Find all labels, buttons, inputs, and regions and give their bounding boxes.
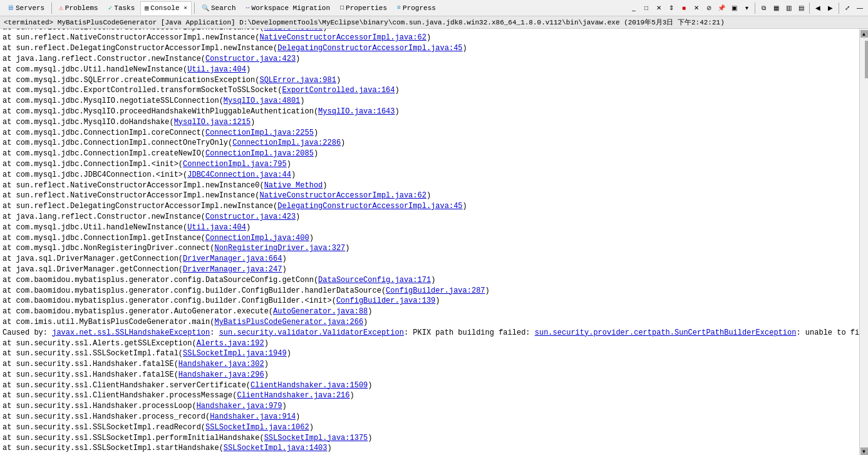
java-link[interactable]: ConnectionImpl.java:795: [183, 160, 287, 169]
clear-console-icon[interactable]: ⊘: [703, 3, 715, 14]
console-line-28: at com.baomidou.mybatisplus.generator.co…: [3, 275, 857, 286]
java-link[interactable]: Native Method: [264, 29, 323, 32]
tab-servers[interactable]: 🖥 Servers: [3, 1, 49, 15]
copy-icon[interactable]: ⧉: [758, 3, 769, 14]
java-link[interactable]: SQLError.java:981: [259, 76, 336, 85]
java-link[interactable]: MyBatisPlusCodeGenerator.java:266: [214, 318, 363, 327]
terminate-icon[interactable]: ■: [678, 3, 690, 14]
java-link[interactable]: ConfigBuilder.java:139: [336, 296, 435, 305]
layout-icon-3[interactable]: ▤: [795, 3, 807, 14]
vertical-scrollbar[interactable]: ▲ ▼: [859, 29, 868, 455]
search-icon: 🔍: [202, 4, 209, 12]
scroll-thumb[interactable]: [865, 41, 869, 78]
console-line-9: at com.mysql.jdbc.SQLError.createCommuni…: [3, 75, 857, 86]
tab-search[interactable]: 🔍 Search: [197, 1, 240, 15]
console-line-32: at com.imis.util.MyBatisPlusCodeGenerato…: [3, 317, 857, 328]
java-link[interactable]: MysqlIO.java:1643: [318, 107, 395, 116]
console-line-40: at sun.security.ssl.Handshaker.processLo…: [3, 401, 857, 412]
java-link[interactable]: ClientHandshaker.java:216: [237, 391, 349, 400]
java-link[interactable]: Handshaker.java:979: [197, 402, 282, 411]
tab-progress[interactable]: ≡ Progress: [393, 1, 440, 15]
java-link[interactable]: Alerts.java:192: [197, 339, 264, 348]
java-link[interactable]: AutoGenerator.java:88: [273, 307, 368, 316]
java-link[interactable]: ConnectionImpl.java:2255: [205, 128, 314, 137]
tab-tasks-label: Tasks: [114, 4, 135, 12]
problems-icon: ⚠: [59, 4, 63, 12]
java-link[interactable]: ConfigBuilder.java:287: [386, 286, 485, 295]
java-link[interactable]: ConnectionImpl.java:2286: [232, 139, 341, 147]
java-link[interactable]: NativeConstructorAccessorImpl.java:62: [259, 33, 426, 42]
console-area: com.mysql.jdbc.exceptions.jdbc4.Communic…: [0, 29, 868, 455]
scroll-down-arrow[interactable]: ▼: [860, 447, 868, 455]
console-close-icon[interactable]: ✕: [184, 4, 187, 11]
prev-icon[interactable]: ◀: [812, 3, 824, 14]
console-content[interactable]: com.mysql.jdbc.exceptions.jdbc4.Communic…: [0, 29, 859, 455]
java-link[interactable]: NonRegisteringDriver.java:327: [214, 244, 345, 253]
java-link[interactable]: DriverManager.java:664: [183, 254, 282, 263]
exception-link[interactable]: sun.security.validator.ValidatorExceptio…: [219, 328, 404, 337]
java-link[interactable]: Native Method: [264, 181, 323, 190]
console-line-6: at sun.reflect.DelegatingConstructorAcce…: [3, 43, 857, 54]
expand-icon[interactable]: ⤢: [842, 3, 853, 14]
java-link[interactable]: SSLSocketImpl.java:1949: [183, 349, 287, 358]
layout-icon-1[interactable]: ▦: [770, 3, 782, 14]
console-line-25: at com.mysql.jdbc.NonRegisteringDriver.c…: [3, 243, 857, 254]
console-line-21: at sun.reflect.DelegatingConstructorAcce…: [3, 201, 857, 212]
separator-2: [194, 3, 195, 14]
java-link[interactable]: Handshaker.java:296: [178, 370, 264, 379]
console-line-33: Caused by: javax.net.ssl.SSLHandshakeExc…: [3, 328, 857, 338]
java-link[interactable]: Handshaker.java:914: [210, 412, 296, 421]
java-link[interactable]: SSLSocketImpl.java:1375: [264, 434, 368, 442]
pin-console-icon[interactable]: 📌: [716, 3, 727, 14]
java-link[interactable]: DataSourceConfig.java:171: [318, 276, 431, 285]
close-view-icon[interactable]: ✕: [653, 3, 664, 14]
tab-workspace[interactable]: ↔ Workspace Migration: [242, 1, 334, 15]
scroll-up-arrow[interactable]: ▲: [860, 30, 868, 38]
java-link[interactable]: MysqlIO.java:1215: [174, 118, 251, 127]
collapse-icon[interactable]: —: [854, 3, 865, 14]
java-link[interactable]: ConnectionImpl.java:400: [205, 234, 309, 243]
console-line-20: at sun.reflect.NativeConstructorAccessor…: [3, 191, 857, 201]
tab-tasks[interactable]: ✓ Tasks: [104, 1, 140, 15]
tab-problems-label: Problems: [65, 4, 98, 12]
java-link[interactable]: DelegatingConstructorAccessorImpl.java:4…: [277, 202, 462, 211]
progress-icon: ≡: [397, 4, 401, 11]
scroll-lock-icon[interactable]: ⇕: [666, 3, 677, 14]
tab-console[interactable]: ▤ Console ✕: [140, 1, 192, 15]
console-line-38: at sun.security.ssl.ClientHandshaker.ser…: [3, 380, 857, 391]
exception-link[interactable]: javax.net.ssl.SSLHandshakeException: [52, 328, 210, 337]
next-icon[interactable]: ▶: [825, 3, 836, 14]
java-link[interactable]: Constructor.java:423: [205, 212, 296, 221]
java-link[interactable]: SSLSocketImpl.java:1403: [224, 444, 328, 452]
separator-right-3: [839, 3, 839, 14]
view-menu-icon[interactable]: ▾: [741, 3, 752, 14]
layout-icon-2[interactable]: ▥: [783, 3, 794, 14]
java-link[interactable]: ExportControlled.java:164: [282, 86, 395, 95]
java-link[interactable]: Handshaker.java:302: [178, 360, 264, 369]
tab-properties[interactable]: □ Properties: [336, 1, 391, 15]
java-link[interactable]: Util.java:404: [187, 223, 246, 232]
tab-console-label: Console: [150, 4, 179, 12]
java-link[interactable]: DelegatingConstructorAccessorImpl.java:4…: [277, 44, 462, 53]
console-line-39: at sun.security.ssl.ClientHandshaker.pro…: [3, 390, 857, 401]
java-link[interactable]: SSLSocketImpl.java:1062: [205, 423, 309, 432]
console-line-23: at com.mysql.jdbc.Util.handleNewInstance…: [3, 222, 857, 233]
remove-launch-icon[interactable]: ✕: [691, 3, 702, 14]
java-link[interactable]: Constructor.java:423: [205, 55, 296, 63]
java-link[interactable]: JDBC4Connection.java:44: [187, 170, 291, 179]
tab-problems[interactable]: ⚠ Problems: [54, 1, 102, 15]
minimize-icon[interactable]: _: [628, 3, 639, 14]
java-link[interactable]: MysqlIO.java:4801: [224, 97, 300, 105]
java-link[interactable]: ClientHandshaker.java:1509: [251, 381, 368, 390]
java-link[interactable]: ConnectionImpl.java:2085: [205, 149, 314, 158]
exception-link[interactable]: sun.security.provider.certpath.SunCertPa…: [535, 328, 797, 337]
java-link[interactable]: DriverManager.java:247: [183, 265, 282, 274]
properties-icon: □: [340, 4, 344, 11]
servers-icon: 🖥: [7, 4, 14, 12]
java-link[interactable]: Util.java:404: [187, 65, 246, 74]
java-link[interactable]: NativeConstructorAccessorImpl.java:62: [259, 191, 426, 200]
tab-properties-label: Properties: [346, 4, 387, 12]
console-line-42: at sun.security.ssl.SSLSocketImpl.readRe…: [3, 422, 857, 433]
maximize-icon[interactable]: □: [641, 3, 652, 14]
open-console-icon[interactable]: ▣: [728, 3, 740, 14]
